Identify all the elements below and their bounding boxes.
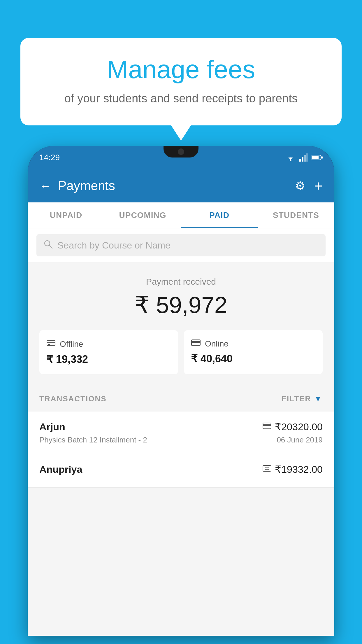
transaction-method-icon-arjun	[263, 422, 271, 431]
wifi-icon	[285, 153, 296, 162]
svg-rect-11	[47, 342, 55, 343]
search-bar[interactable]: Search by Course or Name	[36, 234, 326, 256]
filter-label: FILTER	[282, 394, 311, 403]
phone-mockup: 14:29	[28, 146, 334, 636]
transaction-name-arjun: Arjun	[39, 421, 65, 433]
payment-received-label: Payment received	[39, 277, 323, 287]
transaction-bottom-arjun: Physics Batch 12 Installment - 2 06 June…	[39, 435, 323, 444]
online-card-type: Online	[205, 339, 229, 349]
transaction-top-arjun: Arjun ₹20320.00	[39, 421, 323, 433]
svg-rect-12	[48, 344, 50, 345]
online-icon	[191, 339, 201, 349]
speech-bubble-wrapper: Manage fees of your students and send re…	[20, 38, 342, 125]
svg-line-9	[49, 245, 52, 248]
transaction-amount-arjun: ₹20320.00	[275, 421, 323, 433]
offline-payment-card: Offline ₹ 19,332	[39, 330, 178, 374]
transaction-row: Arjun ₹20320.00 Physics Batch 12 Install…	[28, 412, 334, 454]
notch	[164, 146, 198, 158]
svg-rect-3	[304, 155, 306, 162]
bubble-subtitle: of your students and send receipts to pa…	[44, 92, 318, 105]
transaction-row-anupriya: Anupriya ₹19332.00	[28, 454, 334, 488]
offline-card-header: Offline	[46, 339, 171, 349]
transactions-label: TRANSACTIONS	[39, 394, 107, 403]
search-container: Search by Course or Name	[28, 228, 334, 262]
transaction-amount-wrapper-arjun: ₹20320.00	[263, 421, 323, 433]
page-title: Payments	[58, 178, 115, 193]
filter-icon: ▼	[314, 394, 323, 403]
transaction-top-anupriya: Anupriya ₹19332.00	[39, 463, 323, 475]
svg-rect-18	[265, 467, 269, 470]
transactions-header: TRANSACTIONS FILTER ▼	[28, 386, 334, 412]
tab-paid[interactable]: PAID	[181, 202, 258, 228]
svg-rect-14	[191, 341, 200, 343]
offline-icon	[46, 339, 56, 349]
signal-icon	[299, 153, 308, 162]
payment-total-amount: ₹ 59,972	[39, 291, 323, 318]
online-card-amount: ₹ 40,640	[191, 353, 316, 365]
status-time: 14:29	[39, 153, 60, 162]
search-icon	[43, 239, 53, 251]
tabs: UNPAID UPCOMING PAID STUDENTS	[28, 202, 334, 228]
svg-rect-1	[299, 159, 301, 162]
status-bar: 14:29	[28, 146, 334, 169]
svg-rect-4	[306, 153, 308, 162]
bubble-title: Manage fees	[44, 55, 318, 84]
transaction-date-arjun: 06 June 2019	[277, 435, 323, 444]
add-icon[interactable]: +	[314, 177, 323, 194]
tab-students[interactable]: STUDENTS	[258, 202, 334, 228]
svg-rect-7	[321, 156, 323, 159]
online-payment-card: Online ₹ 40,640	[184, 330, 323, 374]
battery-icon	[312, 154, 323, 161]
phone-wrapper: 14:29	[28, 146, 334, 644]
payment-summary: Payment received ₹ 59,972	[28, 262, 334, 386]
transaction-amount-anupriya: ₹19332.00	[275, 463, 323, 475]
tab-unpaid[interactable]: UNPAID	[28, 202, 104, 228]
tab-upcoming[interactable]: UPCOMING	[104, 202, 181, 228]
app-header: ← Payments ⚙ +	[28, 169, 334, 202]
app-screen: ← Payments ⚙ + UNPAID UPCOMING PAID STUD…	[28, 169, 334, 636]
transaction-course-arjun: Physics Batch 12 Installment - 2	[39, 435, 147, 444]
transaction-method-icon-anupriya	[263, 465, 271, 474]
header-right: ⚙ +	[295, 177, 323, 194]
offline-card-type: Offline	[60, 340, 83, 349]
online-card-header: Online	[191, 339, 316, 349]
settings-icon[interactable]: ⚙	[295, 179, 305, 192]
back-button[interactable]: ←	[39, 179, 51, 192]
offline-card-amount: ₹ 19,332	[46, 353, 171, 365]
svg-rect-17	[263, 466, 271, 471]
svg-point-0	[290, 160, 291, 161]
svg-rect-6	[312, 156, 319, 159]
camera	[178, 148, 184, 155]
search-placeholder: Search by Course or Name	[57, 240, 171, 251]
header-left: ← Payments	[39, 178, 115, 193]
status-icons	[285, 153, 323, 162]
svg-rect-2	[302, 157, 303, 162]
speech-bubble: Manage fees of your students and send re…	[20, 38, 342, 125]
transaction-name-anupriya: Anupriya	[39, 464, 82, 475]
payment-cards: Offline ₹ 19,332	[39, 330, 323, 374]
svg-rect-16	[263, 424, 271, 426]
filter-button[interactable]: FILTER ▼	[282, 394, 323, 403]
transaction-amount-wrapper-anupriya: ₹19332.00	[263, 463, 323, 475]
